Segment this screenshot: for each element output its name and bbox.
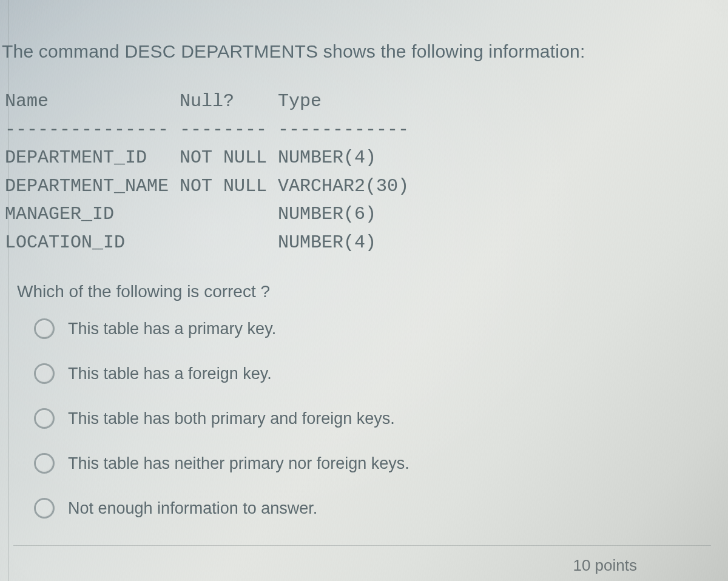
quiz-content: The command DESC DEPARTMENTS shows the f… (0, 0, 728, 581)
desc-output: Name Null? Type --------------- --------… (5, 87, 728, 257)
question-intro: The command DESC DEPARTMENTS shows the f… (2, 41, 728, 62)
radio-icon[interactable] (34, 363, 55, 384)
question-prompt: Which of the following is correct ? (17, 282, 728, 301)
radio-icon[interactable] (34, 318, 55, 339)
option-label: This table has both primary and foreign … (68, 409, 395, 428)
footer-divider (13, 545, 711, 546)
option-label: This table has neither primary nor forei… (68, 454, 410, 473)
quiz-card: The command DESC DEPARTMENTS shows the f… (0, 0, 728, 581)
points-label: 10 points (573, 556, 637, 575)
radio-icon[interactable] (34, 453, 55, 474)
radio-icon[interactable] (34, 498, 55, 519)
option-3[interactable]: This table has both primary and foreign … (34, 408, 728, 429)
option-1[interactable]: This table has a primary key. (34, 318, 728, 339)
option-5[interactable]: Not enough information to answer. (34, 498, 728, 519)
radio-icon[interactable] (34, 408, 55, 429)
option-2[interactable]: This table has a foreign key. (34, 363, 728, 384)
option-label: This table has a primary key. (68, 320, 276, 338)
option-label: This table has a foreign key. (68, 364, 272, 383)
option-label: Not enough information to answer. (68, 499, 317, 518)
options-group: This table has a primary key.This table … (34, 318, 728, 519)
option-4[interactable]: This table has neither primary nor forei… (34, 453, 728, 474)
